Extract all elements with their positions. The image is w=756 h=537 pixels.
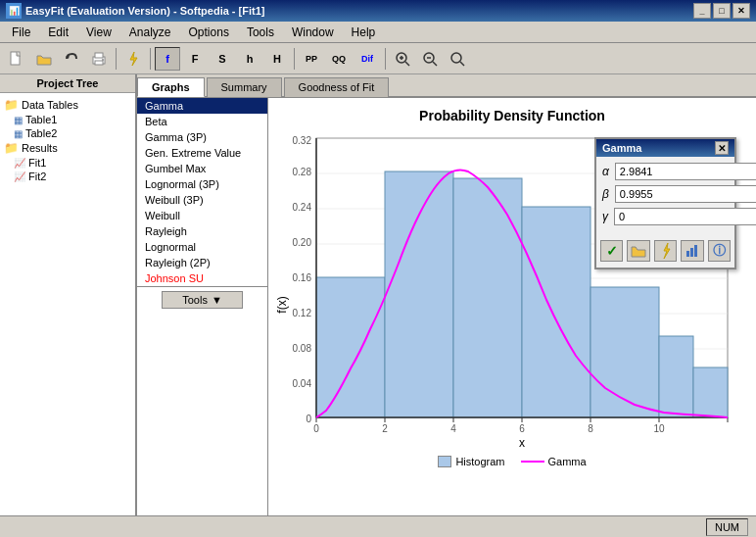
tab-goodness-of-fit[interactable]: Goodness of Fit — [284, 77, 390, 97]
popup-actions: ✓ ⓘ — [596, 236, 734, 268]
project-tree: Project Tree 📁 Data Tables ▦ Table1 ▦ Ta… — [0, 74, 137, 515]
popup-folder-button[interactable] — [627, 240, 649, 262]
toolbar-h[interactable]: h — [237, 47, 262, 71]
svg-text:0.16: 0.16 — [293, 272, 312, 283]
tree-data-tables[interactable]: 📁 Data Tables — [0, 97, 135, 113]
popup-row-alpha: α — [602, 163, 729, 180]
popup-lightning-button[interactable] — [654, 240, 677, 262]
svg-text:x: x — [519, 436, 525, 450]
svg-text:0.28: 0.28 — [293, 167, 312, 177]
dist-gamma3p[interactable]: Gamma (3P) — [137, 129, 267, 145]
tree-table1[interactable]: ▦ Table1 — [0, 113, 135, 126]
folder-icon: 📁 — [4, 141, 19, 155]
dist-gumbelmax[interactable]: Gumbel Max — [137, 161, 267, 176]
popup-close-button[interactable]: ✕ — [715, 141, 729, 155]
toolbar-sep4 — [385, 48, 386, 70]
dist-beta[interactable]: Beta — [137, 114, 267, 129]
chart-title: Probability Density Function — [268, 98, 756, 128]
popup-chart-button[interactable] — [681, 240, 703, 262]
toolbar-H[interactable]: H — [264, 47, 290, 71]
folder-icon: 📁 — [4, 98, 19, 112]
table-icon: ▦ — [14, 115, 23, 125]
dist-lognormal[interactable]: Lognormal — [137, 239, 267, 255]
tree-content: 📁 Data Tables ▦ Table1 ▦ Table2 📁 Result… — [0, 93, 135, 515]
maximize-button[interactable]: □ — [713, 3, 731, 19]
popup-info-button[interactable]: ⓘ — [708, 240, 731, 262]
popup-row-beta: β — [602, 185, 729, 203]
menu-edit[interactable]: Edit — [40, 24, 76, 41]
tools-button[interactable]: Tools ▼ — [162, 291, 243, 309]
gamma-legend-line — [521, 461, 544, 463]
tab-graphs[interactable]: Graphs — [137, 77, 205, 97]
menu-tools[interactable]: Tools — [239, 24, 282, 41]
titlebar: 📊 EasyFit (Evaluation Version) - Softped… — [0, 0, 756, 22]
svg-line-8 — [405, 62, 409, 66]
tree-results[interactable]: 📁 Results — [0, 140, 135, 156]
chart-legend: Histogram Gamma — [268, 452, 756, 471]
toolbar-lightning[interactable] — [120, 47, 146, 71]
toolbar-zoom-in[interactable] — [390, 47, 415, 71]
dist-weibull[interactable]: Weibull — [137, 208, 267, 223]
svg-rect-36 — [316, 277, 385, 417]
toolbar-print[interactable] — [86, 47, 112, 71]
dist-rayleigh2p[interactable]: Rayleigh (2P) — [137, 255, 267, 270]
svg-rect-41 — [659, 336, 693, 417]
svg-rect-38 — [453, 178, 522, 417]
toolbar-PP[interactable]: PP — [299, 47, 324, 71]
histogram-legend-label: Histogram — [455, 456, 504, 467]
dist-rayleigh[interactable]: Rayleigh — [137, 223, 267, 239]
popup-titlebar: Gamma ✕ — [596, 139, 734, 157]
menu-options[interactable]: Options — [181, 24, 237, 41]
window-controls[interactable]: _ □ ✕ — [693, 3, 750, 19]
tabs: Graphs Summary Goodness of Fit — [137, 74, 756, 98]
toolbar-QQ[interactable]: QQ — [326, 47, 352, 71]
menu-view[interactable]: View — [78, 24, 119, 41]
svg-text:0.04: 0.04 — [293, 378, 312, 389]
toolbar-open[interactable] — [31, 47, 57, 71]
menu-window[interactable]: Window — [284, 24, 342, 41]
svg-text:0.32: 0.32 — [293, 135, 312, 146]
dist-lognormal3p[interactable]: Lognormal (3P) — [137, 176, 267, 192]
svg-point-5 — [102, 59, 104, 61]
tree-fit2[interactable]: 📈 Fit2 — [0, 170, 135, 183]
svg-rect-3 — [95, 53, 103, 58]
menu-analyze[interactable]: Analyze — [121, 24, 179, 41]
num-indicator: NUM — [706, 518, 748, 536]
menu-help[interactable]: Help — [344, 24, 384, 41]
toolbar-S[interactable]: S — [210, 47, 235, 71]
tree-label: Data Tables — [22, 99, 78, 111]
toolbar-undo[interactable] — [59, 47, 84, 71]
toolbar-zoom-reset[interactable] — [445, 47, 470, 71]
dist-johnsonsu[interactable]: Johnson SU — [137, 270, 267, 286]
toolbar-zoom-out[interactable] — [417, 47, 443, 71]
tree-label: Results — [22, 142, 58, 154]
popup-beta-input[interactable] — [615, 185, 756, 203]
tree-fit1[interactable]: 📈 Fit1 — [0, 156, 135, 170]
legend-gamma: Gamma — [521, 456, 587, 467]
minimize-button[interactable]: _ — [693, 3, 711, 19]
tab-summary[interactable]: Summary — [207, 77, 282, 97]
svg-text:0.12: 0.12 — [293, 308, 312, 318]
popup-beta-label: β — [602, 187, 609, 201]
tree-table2[interactable]: ▦ Table2 — [0, 126, 135, 140]
toolbar-Dif[interactable]: Dif — [354, 47, 381, 71]
popup-accept-button[interactable]: ✓ — [600, 240, 623, 262]
toolbar-sep1 — [116, 48, 117, 70]
dist-weibull3p[interactable]: Weibull (3P) — [137, 192, 267, 208]
svg-text:6: 6 — [519, 423, 525, 434]
menu-file[interactable]: File — [4, 24, 38, 41]
toolbar-sep3 — [294, 48, 295, 70]
dist-gev[interactable]: Gen. Extreme Value — [137, 145, 267, 161]
chart-area: Probability Density Function www.softped… — [268, 98, 756, 515]
dist-gamma[interactable]: Gamma — [137, 98, 267, 114]
close-button[interactable]: ✕ — [732, 3, 750, 19]
legend-histogram: Histogram — [438, 456, 504, 467]
svg-text:f(x): f(x) — [275, 296, 289, 313]
popup-gamma-input[interactable] — [614, 208, 756, 225]
popup-alpha-input[interactable] — [615, 163, 756, 180]
toolbar-F[interactable]: F — [182, 47, 208, 71]
svg-rect-60 — [686, 251, 689, 257]
toolbar-f[interactable]: f — [155, 47, 180, 71]
toolbar-new[interactable] — [4, 47, 29, 71]
tree-label: Table1 — [25, 114, 57, 125]
